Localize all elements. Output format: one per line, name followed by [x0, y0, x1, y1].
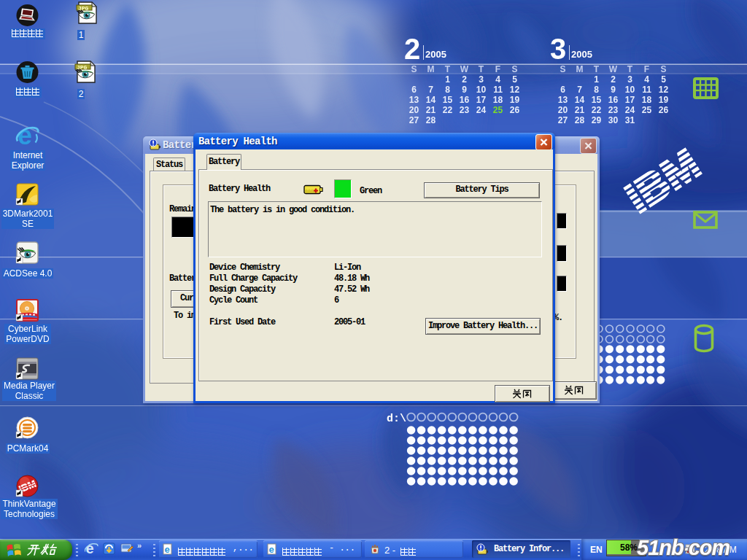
svg-text:e: e [165, 544, 170, 555]
svg-text:»: » [137, 542, 142, 550]
svg-text:d:\: d:\ [387, 413, 406, 425]
svg-text:e: e [269, 544, 274, 555]
svg-text:e: e [18, 120, 32, 150]
